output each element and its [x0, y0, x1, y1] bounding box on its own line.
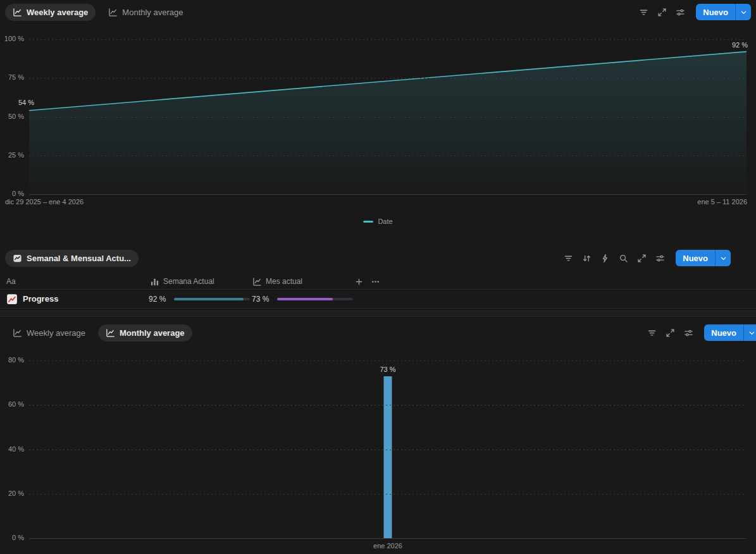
line-chart-icon [13, 328, 22, 338]
legend-swatch [363, 221, 373, 223]
progress-value: 73 % [252, 295, 273, 304]
lightning-bolt-icon [600, 254, 610, 263]
new-button-label[interactable]: Nuevo [704, 324, 743, 341]
new-button-dropdown[interactable] [744, 324, 756, 341]
settings-button[interactable] [652, 250, 668, 266]
progress-bar-fill [174, 298, 244, 300]
row-title-cell[interactable]: Progress [6, 290, 58, 308]
weekly-view-tabs: Weekly average Monthly average [5, 4, 190, 21]
semana-actual-cell[interactable]: 92 % [149, 290, 250, 308]
x-axis-label-left: dic 29 2025 – ene 4 2026 [5, 198, 84, 206]
bar-value-label: 73 % [380, 366, 395, 373]
y-axis-tick-label: 40 % [0, 445, 24, 453]
tab-label: Monthly average [122, 8, 183, 17]
weekly-view-toolbar: Nuevo [636, 4, 751, 20]
bar-ene-2026 [384, 376, 392, 538]
row-title: Progress [23, 294, 58, 304]
data-point-label-start: 54 % [18, 99, 34, 106]
sliders-icon [684, 328, 693, 338]
settings-button[interactable] [681, 325, 697, 341]
gridline [29, 194, 747, 195]
ellipsis-icon [371, 277, 380, 286]
column-header-label: Aa [6, 277, 16, 286]
column-header-label: Mes actual [266, 277, 302, 286]
monthly-chart-view: Weekly average Monthly average [0, 319, 756, 554]
filter-icon [647, 328, 657, 338]
column-header-semana-actual[interactable]: Semana Actual [150, 274, 214, 289]
automation-button[interactable] [597, 250, 613, 266]
mes-actual-cell[interactable]: 73 % [252, 290, 353, 308]
weekly-line-chart-plot [29, 39, 747, 194]
column-header-label: Semana Actual [163, 277, 214, 286]
mixed-chart-icon [13, 254, 22, 263]
progress-bar-fill [277, 298, 333, 300]
settings-button[interactable] [672, 4, 688, 20]
new-button[interactable]: Nuevo [704, 324, 756, 341]
y-axis-tick-label: 0 % [0, 534, 24, 541]
legend-label[interactable]: Date [378, 218, 392, 225]
tab-monthly-average[interactable]: Monthly average [101, 4, 190, 21]
filter-button[interactable] [644, 325, 660, 341]
search-button[interactable] [616, 250, 631, 266]
gridline [29, 538, 747, 539]
y-axis-tick-label: 100 % [0, 35, 24, 42]
filter-button[interactable] [561, 250, 576, 266]
y-axis-tick-label: 25 % [0, 151, 24, 159]
sort-button[interactable] [579, 250, 595, 266]
gridline [29, 117, 747, 118]
y-axis-tick-label: 20 % [0, 489, 24, 497]
column-header-mes-actual[interactable]: Mes actual [252, 274, 302, 289]
new-row-area[interactable] [0, 311, 756, 317]
add-column-button[interactable] [352, 274, 366, 289]
search-icon [619, 254, 628, 263]
expand-button[interactable] [634, 250, 650, 266]
expand-icon [666, 328, 675, 338]
gridline [29, 39, 747, 40]
chevron-down-icon [719, 254, 728, 263]
new-button-label[interactable]: Nuevo [676, 250, 715, 266]
line-chart-icon [252, 277, 262, 286]
monthly-bar-chart-plot: 73 % [29, 360, 747, 538]
table-row: Progress 92 % 73 % [0, 290, 756, 309]
plus-icon [354, 277, 364, 286]
table-view: Semanal & Mensual Actu... [0, 247, 756, 319]
expand-button[interactable] [654, 4, 670, 20]
filter-button[interactable] [636, 4, 652, 20]
tab-weekly-average[interactable]: Weekly average [5, 324, 93, 342]
new-button-dropdown[interactable] [736, 4, 751, 20]
tab-monthly-average[interactable]: Monthly average [98, 324, 192, 342]
chart-increasing-emoji-icon [6, 293, 18, 305]
gridline [29, 360, 747, 361]
new-button-label[interactable]: Nuevo [696, 4, 735, 20]
new-button-dropdown[interactable] [716, 250, 731, 266]
table-view-toolbar: Nuevo [561, 250, 731, 266]
chevron-down-icon [747, 328, 756, 338]
data-point-label-end: 92 % [732, 41, 748, 49]
expand-icon [637, 254, 647, 263]
table-options-button[interactable] [368, 274, 382, 289]
chart-legend: Date [0, 218, 756, 225]
x-axis-label-right: ene 5 – 11 2026 [697, 198, 747, 206]
table-header-row: Aa Semana Actual Mes actual [0, 274, 756, 290]
gridline [29, 156, 747, 156]
new-button[interactable]: Nuevo [696, 4, 751, 20]
expand-button[interactable] [662, 325, 678, 341]
new-button[interactable]: Nuevo [676, 250, 731, 266]
tab-semanal-mensual[interactable]: Semanal & Mensual Actu... [5, 250, 139, 267]
line-chart-icon [13, 8, 22, 17]
y-axis-tick-label: 80 % [0, 356, 24, 364]
column-header-title[interactable]: Aa [6, 274, 16, 289]
progress-bar-track [277, 298, 353, 300]
line-chart-icon [106, 328, 115, 338]
sliders-icon [655, 254, 665, 263]
bar-chart-icon [150, 277, 159, 286]
tab-weekly-average[interactable]: Weekly average [5, 4, 96, 21]
gridline [29, 494, 747, 495]
tab-label: Monthly average [120, 328, 185, 338]
tab-label: Weekly average [27, 328, 85, 338]
weekly-chart-view: Weekly average Monthly average [0, 0, 756, 247]
monthly-view-toolbar: Nuevo [644, 324, 756, 341]
y-axis-tick-label: 0 % [0, 190, 24, 197]
y-axis-tick-label: 75 % [0, 73, 24, 81]
y-axis-tick-label: 50 % [0, 113, 24, 120]
